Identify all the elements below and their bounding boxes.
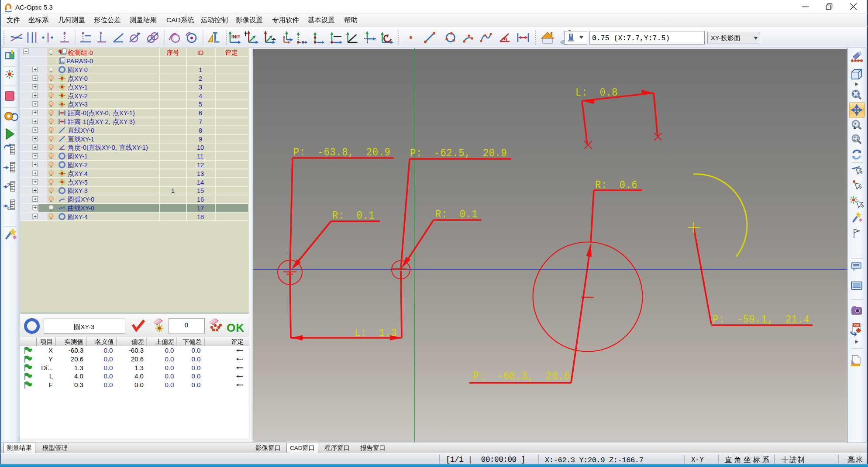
svg-text:XY-0: XY-0 — [81, 196, 94, 203]
svg-text:0.0: 0.0 — [165, 381, 174, 388]
svg-text:1.3: 1.3 — [134, 364, 144, 371]
svg-text:CAD: CAD — [166, 16, 181, 24]
svg-text:-0(: -0( — [81, 144, 89, 151]
svg-text:XY-0: XY-0 — [81, 205, 94, 212]
svg-text:-60.3: -60.3 — [129, 347, 144, 354]
svg-text:17: 17 — [197, 205, 204, 212]
svg-text:7: 7 — [199, 118, 202, 125]
svg-text:11: 11 — [197, 153, 203, 160]
svg-text:XY-1: XY-1 — [74, 84, 88, 91]
svg-text:L: L — [49, 372, 53, 380]
svg-text:0.0: 0.0 — [192, 364, 201, 371]
svg-text:0.0: 0.0 — [192, 381, 201, 388]
svg-text:XY-2: XY-2 — [74, 161, 88, 168]
svg-text:XY-4: XY-4 — [74, 213, 88, 220]
svg-text:XY-3: XY-3 — [74, 101, 88, 108]
svg-text:0.0: 0.0 — [192, 347, 201, 354]
svg-text:E: E — [7, 206, 10, 210]
svg-text:XY-3): XY-3) — [119, 118, 135, 125]
svg-text:S: S — [7, 182, 10, 186]
svg-text:XY-0,: XY-0, — [95, 110, 112, 117]
svg-text:4.0: 4.0 — [74, 372, 83, 380]
svg-text:14: 14 — [197, 179, 204, 186]
svg-text:XY-5: XY-5 — [74, 179, 88, 186]
svg-text:INIT: INIT — [231, 34, 241, 39]
svg-text:3: 3 — [199, 84, 202, 91]
svg-text:XY-: XY- — [711, 34, 721, 41]
svg-text:OK: OK — [227, 321, 245, 334]
svg-text:18: 18 — [197, 213, 204, 220]
svg-text:L: 1.3: L: 1.3 — [355, 327, 397, 340]
svg-text:0.0: 0.0 — [104, 364, 113, 371]
svg-text:P: -59.1, 21.4: P: -59.1, 21.4 — [713, 313, 809, 326]
svg-text:6: 6 — [199, 110, 202, 117]
svg-text:X: X — [48, 347, 53, 354]
svg-text:0.0: 0.0 — [134, 381, 144, 388]
svg-text:XY-0: XY-0 — [81, 127, 94, 134]
svg-text:1: 1 — [199, 66, 202, 73]
svg-text:1: 1 — [171, 187, 175, 194]
svg-text:XY-4: XY-4 — [74, 170, 88, 177]
svg-text:CAD: CAD — [290, 445, 303, 451]
svg-text:F: F — [49, 381, 53, 388]
svg-text:15: 15 — [197, 187, 204, 194]
svg-text:2: 2 — [199, 75, 202, 82]
svg-text:1.3: 1.3 — [74, 364, 83, 371]
svg-text:0.3: 0.3 — [74, 381, 83, 388]
svg-text:0.0: 0.0 — [165, 372, 174, 380]
svg-text:16: 16 — [197, 196, 204, 203]
svg-text:P: -62.5, 20.9: P: -62.5, 20.9 — [410, 147, 507, 160]
svg-text:5: 5 — [199, 101, 202, 108]
svg-text:XY-3: XY-3 — [74, 187, 88, 194]
svg-text:XY-1): XY-1) — [119, 110, 135, 117]
svg-text:IGS: IGS — [854, 324, 859, 327]
svg-text:P: -63.8, 20.9: P: -63.8, 20.9 — [293, 146, 390, 159]
svg-text:13: 13 — [197, 170, 204, 177]
svg-text:-60.3: -60.3 — [69, 347, 83, 354]
svg-text:AC-Optic 5.3: AC-Optic 5.3 — [15, 3, 53, 11]
svg-text:±: ± — [854, 125, 856, 130]
svg-text:ID: ID — [197, 49, 204, 56]
svg-text:XY-1: XY-1 — [74, 153, 88, 160]
svg-text:10: 10 — [197, 144, 204, 151]
svg-text:0: 0 — [185, 321, 188, 329]
svg-text:R: 0.1: R: 0.1 — [332, 209, 375, 222]
svg-text:R: 0.1: R: 0.1 — [435, 208, 478, 221]
svg-text:20.6: 20.6 — [71, 355, 83, 363]
svg-text:PARAS-0: PARAS-0 — [66, 58, 93, 65]
svg-text:8: 8 — [199, 127, 202, 134]
svg-text:-0(: -0( — [81, 110, 89, 117]
svg-text:9: 9 — [199, 136, 202, 143]
svg-text:0.75 (X:7.7,Y:7.5): 0.75 (X:7.7,Y:7.5) — [592, 34, 670, 42]
svg-text:XY-2,: XY-2, — [95, 118, 112, 125]
svg-text:4: 4 — [199, 93, 202, 100]
svg-text:XY-3: XY-3 — [80, 323, 94, 330]
svg-text:XY-0: XY-0 — [74, 75, 88, 82]
svg-text:0.0: 0.0 — [104, 355, 113, 363]
svg-text:X-Y: X-Y — [691, 456, 704, 464]
svg-text:XY-0: XY-0 — [74, 66, 88, 73]
svg-text:4.0: 4.0 — [134, 372, 144, 380]
svg-text:Y: Y — [48, 355, 53, 363]
svg-text:XY-0,: XY-0, — [102, 144, 119, 151]
svg-text:-0: -0 — [87, 49, 93, 56]
svg-text:0.0: 0.0 — [165, 355, 174, 363]
svg-text:0.0: 0.0 — [104, 347, 113, 354]
svg-text:0.0: 0.0 — [104, 381, 113, 388]
svg-text:0.0: 0.0 — [192, 372, 201, 380]
svg-text:0.0: 0.0 — [192, 355, 201, 363]
svg-text:XY-2: XY-2 — [74, 93, 88, 100]
svg-text:[1/1 | 00:00:00 ]: [1/1 | 00:00:00 ] — [446, 455, 525, 464]
svg-text:P: -60.3, 20.6: P: -60.3, 20.6 — [473, 370, 570, 383]
svg-text:0.0: 0.0 — [165, 347, 174, 354]
svg-text:XY-1): XY-1) — [132, 144, 148, 151]
svg-text:0.0: 0.0 — [165, 364, 174, 371]
svg-text:-1(: -1( — [81, 118, 89, 125]
svg-text:X:-62.3 Y:20.9 Z:-166.7: X:-62.3 Y:20.9 Z:-166.7 — [545, 456, 643, 464]
svg-text:XY-1: XY-1 — [81, 136, 94, 143]
svg-text:20.6: 20.6 — [131, 355, 144, 363]
svg-text:12: 12 — [197, 161, 204, 168]
svg-text:Di...: Di... — [41, 364, 53, 371]
svg-text:0.0: 0.0 — [104, 372, 113, 380]
